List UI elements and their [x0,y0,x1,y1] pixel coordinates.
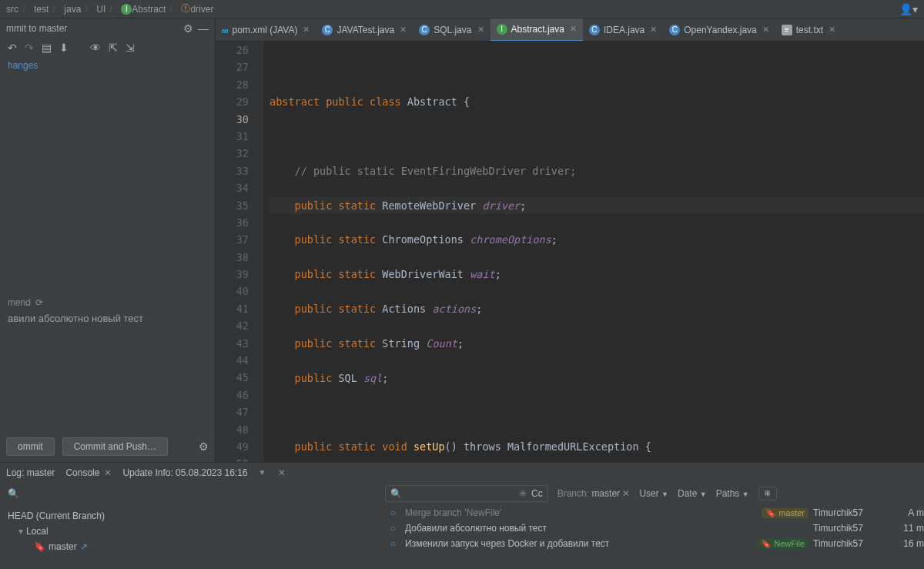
tab-testtxt[interactable]: ≡test.txt✕ [775,18,842,42]
bottom-tabs: Log: master Console ✕ Update Info: 05.08… [0,462,924,482]
interface-icon: I [121,4,132,15]
tree-head: HEAD (Current Branch) [8,508,377,524]
close-icon[interactable]: ✕ [570,24,577,34]
commit-toolbar: ↶ ↷ ▤ ⬇ 👁 ⇱ ⇲ [0,38,215,57]
history-icon[interactable]: ⟳ [35,297,43,308]
tab-javatest[interactable]: CJAVATest.java✕ [316,18,413,42]
gear-icon[interactable] [199,440,209,453]
user-avatar-icon[interactable]: 👤▾ [899,3,918,15]
tab-pom[interactable]: mpom.xml (JAVA)✕ [216,18,316,42]
chevron-down-icon[interactable]: ▼ [259,468,266,477]
settings-icon[interactable]: ⛯ [758,487,777,500]
redo-icon[interactable]: ↷ [25,42,34,54]
amend-label[interactable]: mend [8,297,31,308]
breadcrumb-item[interactable]: java [64,4,81,15]
close-icon[interactable]: ✕ [762,25,769,35]
class-icon: C [322,25,333,35]
tree-local: ▾ Local [8,524,377,539]
changes-heading[interactable]: hanges [0,57,215,74]
search-icon[interactable]: 🔍 [8,488,19,499]
editor-tabs: mpom.xml (JAVA)✕ CJAVATest.java✕ CSQL.ja… [216,18,924,42]
code-editor[interactable]: 2627282930313233343536373839404142434445… [216,42,924,462]
field-icon: ⓕ [181,2,190,15]
breadcrumb-item[interactable]: Abstract [132,4,166,15]
breadcrumb-item[interactable]: driver [190,4,213,15]
expand-icon[interactable]: ⇲ [126,42,135,54]
case-toggle[interactable]: Cc [531,488,543,499]
tab-idea[interactable]: CIDEA.java✕ [583,18,663,42]
close-icon[interactable]: ✕ [104,467,112,478]
commit-row[interactable]: ○Merge branch 'NewFile'🔖 masterTimurchik… [385,505,924,520]
maven-icon: m [222,25,229,35]
commit-push-button[interactable]: Commit and Push… [62,437,168,456]
commit-row[interactable]: ○Добавили абсолютно новый тестTimurchik5… [385,520,924,536]
close-icon[interactable]: ✕ [622,488,630,499]
close-icon[interactable]: ✕ [400,25,407,35]
class-icon: C [589,25,600,35]
collapse-icon[interactable]: ⇱ [109,42,118,54]
close-icon[interactable]: ✕ [477,25,484,35]
breadcrumb-bar: src〉 test〉 java〉 UI〉 I Abstract〉 ⓕ drive… [0,0,924,18]
tree-master: 🔖 master ↗ [8,539,377,554]
commit-target-label: mmit to master [6,23,179,34]
tab-openyandex[interactable]: COpenYandex.java✕ [663,18,775,42]
search-icon: 🔍 [390,488,402,499]
toolbar-icon[interactable]: ▤ [42,42,52,54]
search-field[interactable] [407,488,514,500]
update-info-tab[interactable]: Update Info: 05.08.2023 16:16 [122,467,247,478]
code-content[interactable]: abstract public class Abstract { // publ… [263,42,924,462]
breadcrumb-item[interactable]: test [34,4,49,15]
git-panel: 🔍 🔍 ✳ Cc Branch: master ✕ User ▼ Date ▼ … [0,482,924,569]
user-filter[interactable]: User ▼ [639,488,668,499]
line-gutter: 2627282930313233343536373839404142434445… [216,42,263,462]
log-tab[interactable]: Log: master [6,467,55,478]
class-icon: C [669,25,680,35]
regex-icon[interactable]: ✳ [519,488,527,499]
breadcrumb-item[interactable]: src [6,4,18,15]
tab-sql[interactable]: CSQL.java✕ [413,18,490,42]
branch-tree[interactable]: HEAD (Current Branch) ▾ Local 🔖 master ↗ [0,505,385,569]
breadcrumb-item[interactable]: UI [96,4,105,15]
commit-sidebar: mmit to master ↶ ↷ ▤ ⬇ 👁 ⇱ ⇲ hanges mend… [0,18,216,462]
eye-icon[interactable]: 👁 [90,42,101,54]
commit-message-input[interactable]: авили абсолютно новый тест [0,310,215,433]
class-icon: C [419,25,430,35]
gear-icon[interactable] [183,22,193,35]
date-filter[interactable]: Date ▼ [678,488,707,499]
interface-icon: I [497,24,507,35]
git-search-input[interactable]: 🔍 ✳ Cc [385,485,548,502]
close-icon[interactable]: ✕ [303,25,310,35]
tab-abstract[interactable]: IAbstract.java✕ [490,18,583,42]
console-tab[interactable]: Console [65,467,99,478]
commit-button[interactable]: ommit [6,437,55,456]
minimize-icon[interactable] [198,22,209,35]
commit-row[interactable]: ○Изменили запуск через Docker и добавили… [385,536,924,551]
paths-filter[interactable]: Paths ▼ [716,488,749,499]
file-icon: ≡ [782,25,792,35]
commit-list[interactable]: ○Merge branch 'NewFile'🔖 masterTimurchik… [385,505,924,569]
close-icon[interactable]: ✕ [650,25,657,35]
undo-icon[interactable]: ↶ [8,42,17,54]
close-icon[interactable]: ✕ [278,467,286,478]
download-icon[interactable]: ⬇ [59,42,69,54]
close-icon[interactable]: ✕ [829,25,835,35]
